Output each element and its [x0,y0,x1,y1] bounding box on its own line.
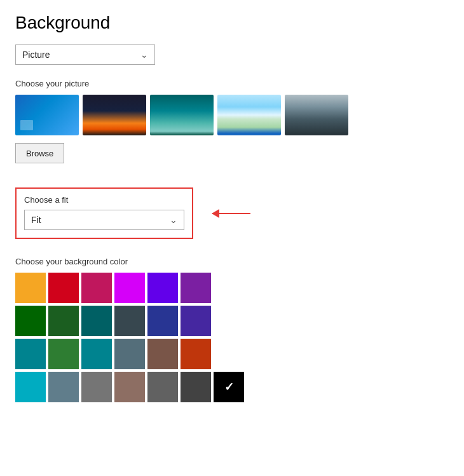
arrow-head [212,209,219,218]
thumbnail-2[interactable] [83,95,146,135]
color-swatch-3-0[interactable] [15,372,46,402]
thumbnail-1[interactable] [15,95,79,135]
color-swatch-2-2[interactable] [81,339,112,369]
color-swatch-3-1[interactable] [48,372,79,402]
color-swatch-3-4[interactable] [147,372,178,402]
picture-section-label: Choose your picture [15,79,449,88]
color-row-2 [15,306,449,336]
color-swatch-0-4[interactable] [147,273,178,303]
color-swatch-0-1[interactable] [48,273,79,303]
color-row-1 [15,273,449,303]
color-swatch-3-5[interactable] [181,372,211,402]
color-swatch-2-4[interactable] [147,339,178,369]
color-swatch-3-3[interactable] [114,372,145,402]
color-swatch-1-4[interactable] [147,306,178,336]
color-swatch-1-0[interactable] [15,306,46,336]
thumbnail-5[interactable] [285,95,348,135]
annotation-arrow [212,213,250,214]
thumbnail-4[interactable] [217,95,281,135]
fit-chevron-icon: ⌄ [170,215,177,225]
thumbnail-3[interactable] [150,95,214,135]
picture-section: Choose your picture Browse [15,79,449,177]
color-section: Choose your background color [15,257,449,402]
color-swatch-0-5[interactable] [181,273,211,303]
fit-section-label: Choose a fit [24,195,184,205]
color-row-3 [15,339,449,369]
color-row-4 [15,372,449,402]
color-swatch-0-3[interactable] [114,273,145,303]
color-section-label: Choose your background color [15,257,449,266]
fit-value: Fit [31,215,41,225]
picture-grid [15,95,449,135]
color-swatch-1-3[interactable] [114,306,145,336]
color-swatch-0-0[interactable] [15,273,46,303]
color-swatch-2-5[interactable] [181,339,211,369]
page-title: Background [15,13,449,33]
fit-dropdown[interactable]: Fit ⌄ [24,210,184,230]
color-swatch-3-2[interactable] [81,372,112,402]
background-type-value: Picture [22,50,50,60]
browse-button[interactable]: Browse [15,143,64,163]
color-swatch-1-1[interactable] [48,306,79,336]
color-swatch-0-2[interactable] [81,273,112,303]
fit-section-wrapper: Choose a fit Fit ⌄ [15,187,193,239]
color-swatch-2-3[interactable] [114,339,145,369]
color-swatch-2-0[interactable] [15,339,46,369]
chevron-down-icon: ⌄ [140,50,148,60]
fit-section: Choose a fit Fit ⌄ [15,187,193,239]
background-type-dropdown[interactable]: Picture ⌄ [15,44,155,65]
color-swatch-1-2[interactable] [81,306,112,336]
color-swatch-1-5[interactable] [181,306,211,336]
color-swatch-3-6[interactable] [214,372,244,402]
color-grid [15,273,449,402]
color-swatch-2-1[interactable] [48,339,79,369]
arrow-line [212,213,250,214]
